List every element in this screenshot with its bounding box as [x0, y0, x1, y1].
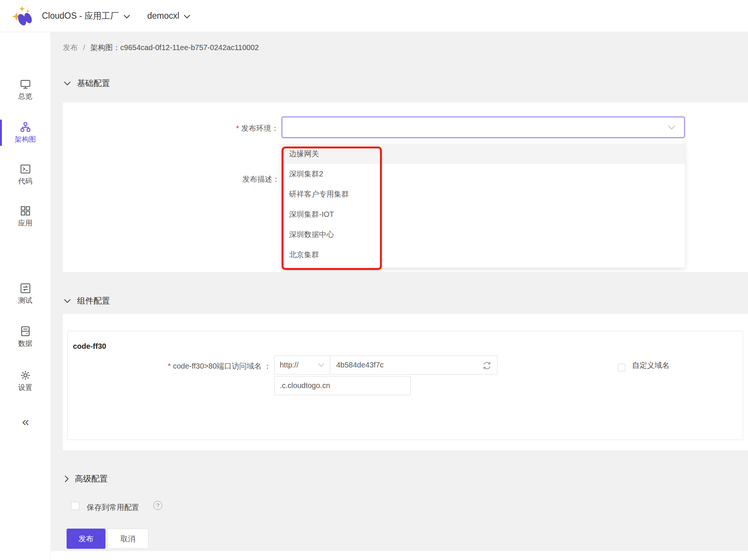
- sidebar-item-label: 架构图: [0, 135, 50, 144]
- logo-star-small: [26, 9, 30, 13]
- custom-domain-label[interactable]: 自定义域名: [632, 360, 677, 371]
- chevron-right-icon: [64, 475, 69, 483]
- component-name: code-ff30: [73, 342, 106, 351]
- chevron-down-icon: [668, 125, 676, 130]
- database-server-icon: [19, 326, 31, 337]
- domain-prefix-input[interactable]: 4b584de43f7c: [330, 356, 497, 375]
- dropdown-option[interactable]: 深圳集群2: [282, 164, 685, 184]
- logo-star-medium: [19, 6, 25, 12]
- domain-field-label: *code-ff30>80端口访问域名 ：: [123, 361, 271, 371]
- required-asterisk: *: [168, 362, 171, 370]
- top-header: CloudOS - 应用工厂 democxl: [0, 0, 748, 32]
- save-to-common-checkbox[interactable]: [71, 502, 79, 510]
- chevron-down-icon: [64, 81, 71, 86]
- app-root: CloudOS - 应用工厂 democxl 总览 架构图: [0, 0, 748, 560]
- section-title: 高级配置: [75, 473, 108, 484]
- dropdown-option[interactable]: 研祥客户专用集群: [282, 184, 685, 204]
- cancel-button[interactable]: 取消: [107, 529, 148, 549]
- sidebar-item-data[interactable]: 数据: [0, 326, 50, 348]
- breadcrumb-current: 架构图：c9654cad-0f12-11ee-b757-0242ac110002: [91, 43, 259, 52]
- sidebar-item-label: 总览: [0, 92, 50, 101]
- workspace-selector[interactable]: democxl: [147, 11, 180, 21]
- domain-prefix-value: 4b584de43f7c: [336, 361, 384, 369]
- sidebar-item-apps[interactable]: 应用: [0, 205, 50, 228]
- protocol-value: http://: [280, 361, 298, 369]
- dropdown-option[interactable]: 深圳集群-IOT: [282, 204, 685, 224]
- domain-suffix-input[interactable]: .c.cloudtogo.cn: [274, 376, 411, 395]
- breadcrumb: 发布/架构图：c9654cad-0f12-11ee-b757-0242ac110…: [63, 43, 259, 53]
- sitemap-icon: [19, 121, 31, 133]
- sidebar-item-architecture[interactable]: 架构图: [0, 121, 50, 144]
- sidebar-item-label: 应用: [0, 218, 50, 228]
- sidebar-item-test[interactable]: 测试: [0, 283, 50, 305]
- terminal-icon: [19, 163, 31, 175]
- section-title: 基础配置: [77, 78, 110, 89]
- workspace-chevron-down-icon[interactable]: [184, 15, 190, 19]
- section-title: 组件配置: [77, 295, 110, 307]
- chevron-down-icon: [318, 363, 325, 367]
- sidebar-item-label: 数据: [0, 339, 50, 348]
- env-field-label: *发布环境：: [157, 123, 279, 133]
- refresh-icon[interactable]: [482, 361, 492, 370]
- sidebar-item-code[interactable]: 代码: [0, 163, 50, 186]
- sidebar-item-settings[interactable]: 设置: [0, 370, 50, 393]
- domain-suffix-value: .c.cloudtogo.cn: [280, 381, 330, 390]
- breadcrumb-separator: /: [83, 43, 85, 52]
- section-header-advanced-config[interactable]: 高级配置: [64, 473, 108, 484]
- dropdown-option[interactable]: 深圳数据中心: [282, 224, 685, 244]
- publish-env-select[interactable]: [282, 117, 685, 138]
- app-grid-icon: [19, 205, 31, 216]
- section-header-component-config[interactable]: 组件配置: [64, 295, 110, 307]
- protocol-select[interactable]: http://: [274, 356, 330, 375]
- save-to-common-label[interactable]: 保存到常用配置: [87, 502, 139, 513]
- gear-icon: [19, 370, 31, 381]
- footer-strip: [51, 551, 748, 560]
- chevron-down-icon: [64, 299, 71, 303]
- sidebar-collapse-button[interactable]: «: [0, 414, 50, 429]
- test-loop-icon: [19, 283, 31, 294]
- dropdown-option[interactable]: 边缘网关: [282, 144, 685, 164]
- section-header-basic-config[interactable]: 基础配置: [64, 78, 110, 89]
- breadcrumb-section[interactable]: 发布: [63, 43, 78, 52]
- sidebar-nav: 总览 架构图 代码 应用: [0, 32, 51, 560]
- sidebar-item-label: 代码: [0, 176, 50, 186]
- help-question-icon[interactable]: ?: [153, 501, 162, 510]
- cloudos-logo-icon[interactable]: [11, 5, 32, 27]
- desc-field-label: 发布描述：: [166, 174, 280, 184]
- app-title[interactable]: CloudOS - 应用工厂: [42, 10, 119, 22]
- dropdown-option[interactable]: 北京集群: [282, 244, 685, 265]
- app-title-chevron-down-icon[interactable]: [123, 15, 130, 19]
- custom-domain-checkbox[interactable]: [618, 364, 625, 371]
- sidebar-item-label: 设置: [0, 383, 50, 393]
- monitor-icon: [19, 79, 31, 90]
- publish-button[interactable]: 发布: [67, 529, 105, 549]
- required-asterisk: *: [236, 124, 239, 132]
- sidebar-item-label: 测试: [0, 296, 50, 305]
- publish-env-dropdown: 边缘网关 深圳集群2 研祥客户专用集群 深圳集群-IOT 深圳数据中心 北京集群: [282, 142, 685, 268]
- sidebar-item-overview[interactable]: 总览: [0, 79, 50, 101]
